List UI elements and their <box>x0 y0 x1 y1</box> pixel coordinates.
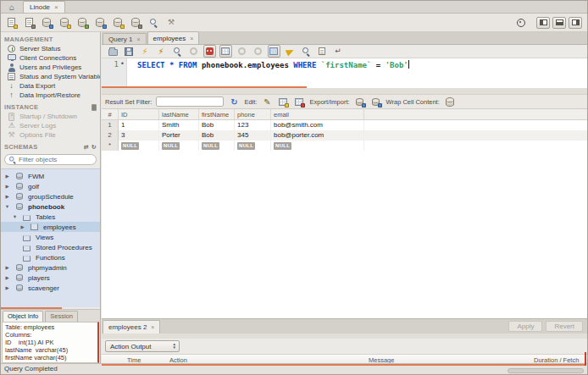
connection-tab-close-icon[interactable]: × <box>54 3 58 11</box>
wrap-text-button[interactable]: ↵ <box>331 46 345 58</box>
import-records-icon[interactable] <box>370 96 382 108</box>
sidebar-item-users-privileges[interactable]: Users and Privileges <box>1 63 100 72</box>
grid-cell[interactable]: 123 <box>235 120 271 130</box>
output-selector-stepper-icon[interactable]: ▲▼ <box>173 343 176 350</box>
save-script-button[interactable] <box>122 46 136 58</box>
grid-cell[interactable]: Bob <box>199 120 235 130</box>
grid-cell[interactable]: bob@smith.com <box>271 120 364 130</box>
revert-button[interactable]: Revert <box>546 321 583 332</box>
grid-column-header[interactable]: phone <box>235 109 271 119</box>
grid-cell[interactable]: 1 <box>119 120 159 130</box>
apply-button[interactable]: Apply <box>508 321 542 332</box>
sidebar-item-server-logs[interactable]: ⚠Server Logs <box>1 121 100 130</box>
create-procedure-button[interactable] <box>110 15 125 30</box>
open-script-button[interactable] <box>106 46 119 58</box>
row-number-cell[interactable]: 1 <box>102 120 119 130</box>
info-tab-session[interactable]: Session <box>45 311 78 322</box>
expander-icon[interactable]: ▶ <box>4 174 10 179</box>
grid-cell[interactable]: bob@porter.com <box>271 130 364 141</box>
commit-button[interactable] <box>235 46 248 58</box>
expander-icon[interactable]: ▶ <box>4 194 10 199</box>
create-table-button[interactable] <box>75 15 90 30</box>
open-sql-script-button[interactable] <box>21 15 36 30</box>
reconnect-dbms-button[interactable]: ⚒ <box>164 15 179 30</box>
export-recordset-icon[interactable] <box>354 96 366 108</box>
delete-record-icon[interactable] <box>293 96 305 108</box>
instance-actions-icon[interactable] <box>92 104 97 111</box>
invisible-characters-button[interactable] <box>315 46 329 58</box>
sidebar-item-options-file[interactable]: ⚒Options File <box>1 130 100 140</box>
toggle-left-panel-button[interactable] <box>536 17 550 29</box>
grid-cell[interactable]: NULL <box>199 141 235 151</box>
create-view-button[interactable] <box>92 15 108 30</box>
edit-record-icon[interactable]: ✎ <box>261 96 273 108</box>
editor-result-splitter[interactable] <box>102 88 587 94</box>
grid-column-header[interactable]: ID <box>119 109 159 119</box>
expander-icon[interactable]: ▶ <box>4 265 10 270</box>
result-tab[interactable]: employees 2 × <box>103 320 160 334</box>
beautify-button[interactable] <box>283 46 297 58</box>
find-button[interactable] <box>299 46 313 58</box>
refresh-icon[interactable]: ↻ <box>228 96 240 108</box>
sidebar-item-system-variables[interactable]: Status and System Variables <box>1 72 100 81</box>
tree-item-views[interactable]: Views <box>1 232 100 242</box>
result-set-filter-input[interactable] <box>156 97 224 107</box>
row-number-cell[interactable]: * <box>102 141 119 151</box>
grid-column-header[interactable]: lastName <box>159 109 199 119</box>
sql-code-line[interactable]: SELECT * FROM phonebook.employees WHERE … <box>127 58 409 86</box>
grid-cell[interactable]: Bob <box>199 130 235 141</box>
tree-item-stored-procedures[interactable]: Stored Procedures <box>1 242 100 252</box>
execute-button[interactable]: ⚡ <box>138 46 152 58</box>
horizontal-scrollbar-thumb[interactable] <box>508 368 584 373</box>
grid-column-header[interactable]: email <box>271 109 364 119</box>
sidebar-item-data-export[interactable]: ↓Data Export <box>1 81 100 91</box>
create-schema-button[interactable] <box>57 15 72 30</box>
expander-icon[interactable]: ▼ <box>4 204 10 209</box>
toggle-right-panel-button[interactable] <box>569 17 582 29</box>
grid-cell[interactable]: 345 <box>235 130 271 141</box>
sidebar-item-server-status[interactable]: Server Status <box>1 44 100 53</box>
stop-button[interactable] <box>186 46 200 58</box>
query-tab-employees[interactable]: employees× <box>147 31 200 44</box>
toggle-autocommit-button[interactable] <box>267 46 280 58</box>
expander-icon[interactable]: ▶ <box>19 224 25 229</box>
grid-cell[interactable]: NULL <box>159 141 199 151</box>
tree-item-scavenger[interactable]: ▶scavenger <box>1 283 100 293</box>
connection-indicator-icon[interactable] <box>514 16 527 29</box>
row-number-cell[interactable]: 2 <box>102 130 119 141</box>
grid-column-header[interactable]: firstName <box>199 109 235 119</box>
schema-filter-input[interactable] <box>19 156 86 163</box>
sidebar-item-client-connections[interactable]: Client Connections <box>1 53 100 63</box>
query-tab-query-1[interactable]: Query 1× <box>103 33 147 44</box>
grid-cell[interactable]: NULL <box>119 141 159 151</box>
grid-column-header[interactable]: # <box>102 109 119 119</box>
expander-icon[interactable]: ▶ <box>4 275 10 280</box>
grid-cell[interactable]: 3 <box>119 130 159 141</box>
new-query-tab-button[interactable] <box>3 15 19 30</box>
tree-item-phonebook[interactable]: ▼phonebook <box>1 201 100 212</box>
sidebar-item-data-import[interactable]: ↑Data Import/Restore <box>1 91 100 100</box>
home-tab[interactable]: ⌂ <box>1 1 23 13</box>
info-tab-object-info[interactable]: Object Info <box>3 311 43 322</box>
search-table-data-button[interactable] <box>146 15 161 30</box>
toggle-bottom-panel-button[interactable] <box>552 17 566 29</box>
inspector-button[interactable] <box>39 15 54 30</box>
connection-tab[interactable]: Linode × <box>23 1 65 13</box>
output-splitter-highlight[interactable] <box>102 364 586 366</box>
limit-rows-button[interactable] <box>219 46 232 58</box>
sidebar-item-startup-shutdown[interactable]: Startup / Shutdown <box>1 112 100 121</box>
expander-icon[interactable]: ▶ <box>4 184 10 189</box>
tree-item-tables[interactable]: ▼Tables <box>1 212 100 222</box>
rollback-button[interactable] <box>251 46 264 58</box>
query-tab-close-icon[interactable]: × <box>190 36 193 41</box>
grid-cell[interactable]: NULL <box>271 141 364 151</box>
expander-icon[interactable]: ▼ <box>12 214 18 219</box>
execute-current-button[interactable]: ⚡ <box>154 46 168 58</box>
grid-cell[interactable]: Smith <box>159 120 199 130</box>
toggle-stop-on-error-button[interactable] <box>202 46 216 58</box>
sql-editor[interactable]: 1 • SELECT * FROM phonebook.employees WH… <box>102 58 587 86</box>
explain-button[interactable] <box>170 46 184 58</box>
add-record-icon[interactable] <box>277 96 289 108</box>
tree-item-employees[interactable]: ▶employees <box>1 222 100 232</box>
output-selector[interactable]: Action Output ▲▼ <box>105 340 180 352</box>
